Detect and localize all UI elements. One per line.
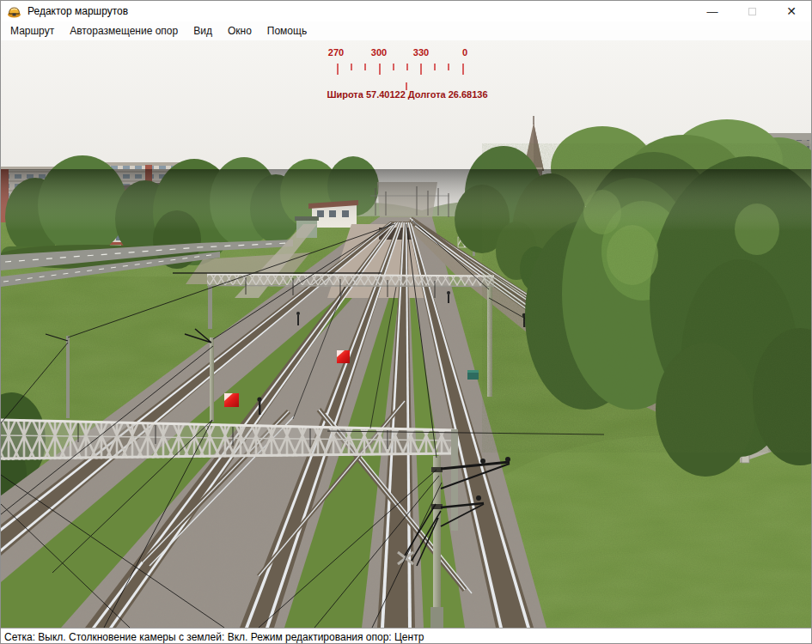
- menu-auto-place-poles[interactable]: Авторазмещение опор: [62, 22, 186, 39]
- red-marker-2[interactable]: [337, 350, 350, 363]
- menu-route[interactable]: Маршрут: [3, 22, 62, 39]
- app-window: Редактор маршрутов — ✕ Маршрут Авторазме…: [0, 0, 812, 644]
- status-text: Сетка: Выкл. Столкновение камеры с земле…: [4, 631, 424, 643]
- maximize-button[interactable]: [732, 1, 772, 21]
- minimize-button[interactable]: —: [693, 1, 732, 21]
- scene-svg: [1, 40, 812, 628]
- window-controls: — ✕: [693, 1, 811, 21]
- menu-window[interactable]: Окно: [220, 22, 259, 39]
- menu-view[interactable]: Вид: [186, 22, 220, 39]
- status-bar: Сетка: Выкл. Столкновение камеры с земле…: [1, 628, 811, 644]
- distance-haze: [1, 169, 812, 231]
- close-icon: ✕: [786, 4, 797, 18]
- window-title: Редактор маршрутов: [27, 5, 128, 17]
- title-bar: Редактор маршрутов — ✕: [1, 1, 811, 21]
- maximize-icon: [748, 8, 756, 15]
- minimize-icon: —: [707, 5, 718, 18]
- red-marker-1[interactable]: [224, 393, 239, 407]
- viewport-3d[interactable]: 270 300 330 0 Широта 57.40122 Долгота 26…: [1, 40, 812, 628]
- menu-bar: Маршрут Авторазмещение опор Вид Окно Пом…: [1, 21, 811, 40]
- app-icon: [7, 5, 21, 18]
- close-button[interactable]: ✕: [772, 1, 811, 21]
- menu-help[interactable]: Помощь: [259, 22, 314, 39]
